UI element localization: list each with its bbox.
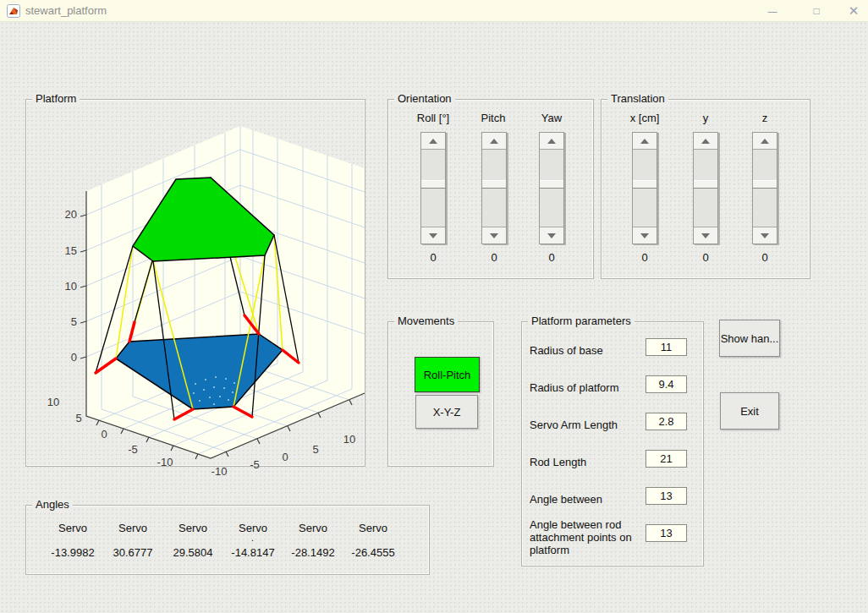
z-tick: 0	[71, 351, 77, 364]
platform-parameters-panel: Platform parameters Radius of base Radiu…	[521, 321, 704, 566]
arrow-up-icon	[761, 139, 769, 144]
slider-up-button[interactable]	[633, 133, 656, 150]
show-handles-button[interactable]: Show han...	[719, 320, 780, 357]
servo-label-3: Servo	[163, 522, 222, 534]
servo-value-6: -26.4555	[342, 546, 404, 559]
y-tick: 0	[101, 428, 107, 441]
z-tick: 15	[65, 244, 77, 257]
title-bar: stewart_platform ─ □ ✕	[0, 0, 868, 22]
close-icon[interactable]: ✕	[841, 0, 866, 22]
z-label: z	[731, 112, 799, 124]
radius-of-base-field[interactable]	[646, 338, 687, 356]
matlab-icon	[7, 4, 20, 18]
arrow-down-icon	[547, 233, 556, 238]
angles-panel-title: Angles	[32, 498, 73, 511]
x-tick: 5	[312, 443, 318, 456]
slider-down-button[interactable]	[753, 227, 777, 244]
yaw-value: 0	[526, 251, 577, 264]
y-value: 0	[680, 251, 731, 264]
servo-value-5: -28.1492	[282, 546, 344, 559]
slider-up-button[interactable]	[540, 133, 563, 150]
x-tick: -10	[212, 465, 228, 478]
servo-value-4: -14.8147	[222, 546, 284, 559]
z-value: 0	[739, 251, 790, 264]
movements-panel-title: Movements	[394, 315, 458, 327]
slider-down-button[interactable]	[482, 227, 506, 244]
rod-length-label: Rod Length	[530, 456, 646, 468]
arrow-up-icon	[640, 139, 649, 144]
orientation-panel: Orientation Roll [°] Pitch Yaw 0 0 0	[387, 99, 594, 279]
xyz-button[interactable]: X-Y-Z	[415, 395, 478, 429]
servo-label-6: Servo	[343, 522, 403, 534]
x-slider[interactable]	[632, 132, 657, 244]
roll-label: Roll [°]	[399, 112, 467, 124]
slider-up-button[interactable]	[753, 133, 777, 150]
servo-label-5: Servo	[283, 522, 343, 534]
slider-down-button[interactable]	[694, 227, 717, 244]
x-tick: 10	[343, 433, 355, 446]
slider-thumb[interactable]	[694, 180, 717, 189]
radius-of-base-label: Radius of base	[530, 344, 646, 357]
minimize-icon[interactable]: ─	[760, 0, 785, 22]
maximize-icon[interactable]: □	[804, 0, 829, 22]
slider-down-button[interactable]	[633, 227, 656, 244]
arrow-down-icon	[490, 233, 498, 238]
app-window: stewart_platform ─ □ ✕ Platform	[0, 0, 868, 613]
servo-label-1: Servo	[43, 522, 102, 534]
slider-thumb[interactable]	[540, 180, 563, 189]
x-tick: 0	[282, 451, 288, 463]
platform-parameters-title: Platform parameters	[528, 315, 635, 327]
angles-panel: Angles Servo Servo Servo Servo Servo Ser…	[25, 505, 430, 575]
slider-thumb[interactable]	[753, 180, 777, 189]
arrow-up-icon	[490, 139, 498, 144]
servo-value-1: -13.9982	[41, 546, 104, 559]
slider-thumb[interactable]	[633, 180, 656, 189]
x-label: x [cm]	[611, 112, 678, 124]
rod-length-field[interactable]	[646, 450, 687, 468]
z-tick: 20	[65, 208, 77, 221]
roll-pitch-button[interactable]: Roll-Pitch	[415, 357, 480, 392]
servo-value-2: 30.6777	[102, 546, 164, 559]
y-tick: -10	[157, 456, 173, 468]
roll-value: 0	[408, 251, 459, 264]
slider-thumb[interactable]	[482, 180, 506, 189]
roll-slider[interactable]	[420, 132, 446, 244]
servo-value-3: 29.5804	[162, 546, 224, 559]
angle-between-rod-label: Angle between rod attachment points on p…	[530, 518, 646, 564]
slider-up-button[interactable]	[482, 133, 506, 150]
platform-panel-title: Platform	[32, 92, 80, 105]
z-tick: 10	[65, 280, 77, 293]
slider-up-button[interactable]	[694, 133, 717, 150]
platform-3d-plot: 20 15 10 5 0 10 5 0 -5 -10 -10 -5 0 5 10	[26, 100, 366, 468]
z-tick: 5	[71, 315, 77, 328]
exit-button[interactable]: Exit	[720, 392, 779, 430]
angle-between-rod-field[interactable]	[646, 524, 687, 542]
slider-up-button[interactable]	[421, 133, 445, 150]
x-tick: -5	[250, 458, 260, 471]
servo-arm-length-field[interactable]	[646, 413, 687, 430]
pitch-value: 0	[469, 251, 519, 264]
y-tick: 10	[47, 396, 59, 408]
yaw-slider[interactable]	[539, 132, 564, 244]
pitch-slider[interactable]	[481, 132, 507, 244]
angle-between-label: Angle between	[530, 493, 646, 506]
y-tick: -5	[128, 443, 138, 456]
slider-thumb[interactable]	[421, 180, 445, 189]
arrow-up-icon	[429, 139, 437, 144]
y-slider[interactable]	[693, 132, 718, 244]
yaw-label: Yaw	[518, 112, 585, 124]
slider-down-button[interactable]	[421, 227, 445, 244]
z-slider[interactable]	[752, 132, 777, 244]
radius-of-platform-field[interactable]	[646, 375, 687, 393]
y-label: y	[672, 112, 739, 124]
translation-panel-title: Translation	[607, 92, 668, 105]
arrow-down-icon	[761, 233, 769, 238]
arrow-up-icon	[547, 139, 556, 144]
slider-down-button[interactable]	[540, 227, 563, 244]
servo-arm-length-label: Servo Arm Length	[530, 419, 646, 431]
arrow-down-icon	[429, 233, 437, 238]
arrow-up-icon	[701, 139, 710, 144]
angle-between-field[interactable]	[646, 487, 687, 505]
translation-panel: Translation x [cm] y z 0 0 0	[601, 99, 810, 279]
platform-panel: Platform 20	[25, 99, 365, 467]
